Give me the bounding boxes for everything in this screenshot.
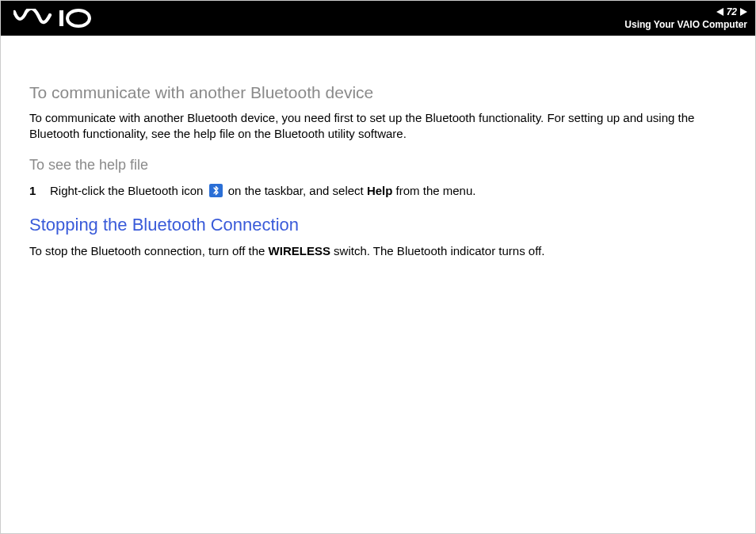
svg-point-1 xyxy=(67,10,90,26)
paragraph-communicate: To communicate with another Bluetooth de… xyxy=(29,110,727,143)
page-content: To communicate with another Bluetooth de… xyxy=(1,36,755,259)
heading-help-file: To see the help file xyxy=(29,157,727,174)
svg-rect-0 xyxy=(59,10,63,26)
vaio-logo xyxy=(13,1,101,36)
step-text-post: from the menu. xyxy=(392,184,475,197)
page-header: 72 Using Your VAIO Computer xyxy=(1,1,755,36)
prev-page-arrow-icon[interactable] xyxy=(716,8,724,16)
step-text-pre: Right-click the Bluetooth icon xyxy=(50,184,207,197)
header-right: 72 Using Your VAIO Computer xyxy=(624,6,747,30)
paragraph-stopping: To stop the Bluetooth connection, turn o… xyxy=(29,243,727,259)
next-page-arrow-icon[interactable] xyxy=(740,8,747,16)
bluetooth-icon xyxy=(209,184,223,197)
para2-bold: WIRELESS xyxy=(269,244,330,257)
heading-communicate: To communicate with another Bluetooth de… xyxy=(29,83,727,102)
page-number: 72 xyxy=(727,6,737,17)
heading-stopping: Stopping the Bluetooth Connection xyxy=(29,215,727,235)
para2-post: switch. The Bluetooth indicator turns of… xyxy=(330,244,544,257)
page-navigation: 72 xyxy=(716,6,747,17)
para2-pre: To stop the Bluetooth connection, turn o… xyxy=(29,244,269,257)
header-section-title: Using Your VAIO Computer xyxy=(624,19,747,30)
step-text-bold: Help xyxy=(367,184,393,197)
step-number: 1 xyxy=(29,183,50,199)
step-text-mid: on the taskbar, and select xyxy=(225,184,367,197)
step-1: 1 Right-click the Bluetooth icon on the … xyxy=(29,183,727,199)
step-text: Right-click the Bluetooth icon on the ta… xyxy=(50,183,475,199)
